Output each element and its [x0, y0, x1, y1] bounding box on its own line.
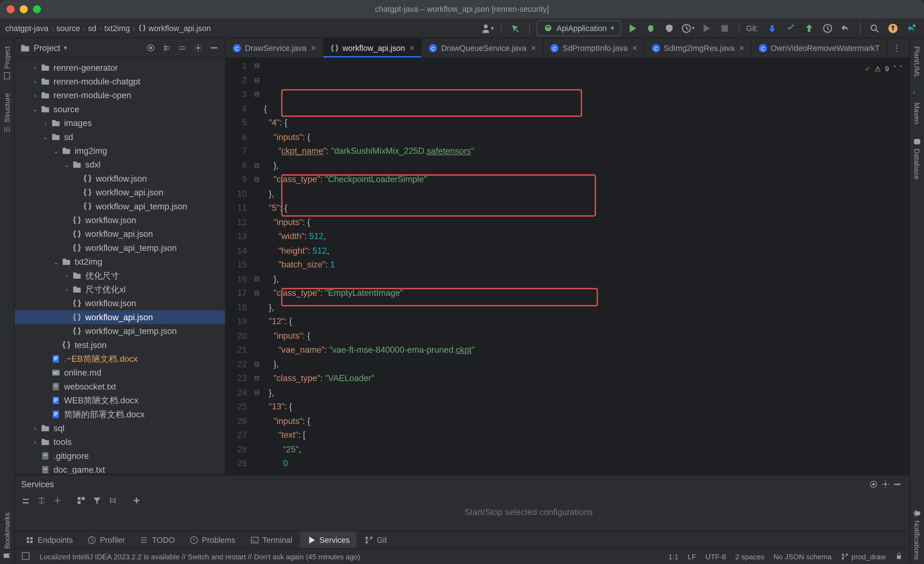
tree-row[interactable]: ⌄img2img	[15, 144, 225, 158]
close-tab-icon[interactable]: ×	[311, 43, 316, 53]
services-group-button[interactable]	[75, 495, 87, 507]
tree-row[interactable]: workflow_api.json	[15, 227, 225, 241]
run-config-selector[interactable]: ApiApplication ▾	[537, 20, 621, 36]
git-update-button[interactable]	[765, 21, 780, 36]
status-lock-icon[interactable]	[895, 552, 903, 561]
tree-row[interactable]: MDonline.md	[15, 366, 225, 380]
breadcrumb-item[interactable]: source	[56, 23, 80, 33]
window-minimize[interactable]	[20, 5, 28, 13]
window-close[interactable]	[7, 5, 15, 13]
tree-row[interactable]: workflow.json	[15, 171, 225, 185]
tree-row[interactable]: WEB简陋文档.docx	[15, 393, 225, 407]
notifications-tool-tab[interactable]: Notifications	[911, 505, 922, 564]
editor-tab[interactable]: CSdImg2imgRes.java×	[645, 38, 752, 57]
tool-window-tab-git[interactable]: Git	[358, 531, 393, 548]
window-zoom[interactable]	[33, 5, 41, 13]
tree-row[interactable]: ›sql	[15, 421, 225, 435]
code-area[interactable]: ✓ ⚠ 9 ˄ ˅ { "4": { "inputs": { "ckpt_nam…	[261, 58, 909, 474]
fold-gutter[interactable]: ⊟⊟⊟⊟⊟⊟⊟⊟⊟⊟⊟	[252, 58, 261, 474]
close-tab-icon[interactable]: ×	[739, 43, 744, 53]
fold-marker[interactable]: ⊟	[252, 357, 261, 371]
tree-row[interactable]: workflow_api_temp.json	[15, 324, 225, 338]
inspection-widget[interactable]: ✓ ⚠ 9 ˄ ˅	[865, 62, 903, 77]
status-encoding[interactable]: UTF-8	[705, 552, 726, 560]
fold-marker[interactable]: ⊟	[252, 471, 261, 474]
plantuml-tool-tab[interactable]: PlantUML	[912, 42, 922, 82]
tree-row[interactable]: ⌄sdxl	[15, 158, 225, 171]
git-commit-button[interactable]	[783, 21, 798, 36]
tree-row[interactable]: ›尺寸优化xl	[15, 283, 225, 296]
debug-button[interactable]	[644, 21, 658, 36]
ide-update-button[interactable]	[886, 21, 900, 36]
run-button[interactable]	[626, 21, 640, 36]
tree-row[interactable]: ›renren-module-chatgpt	[15, 75, 225, 88]
breadcrumb-item[interactable]: chatgpt-java	[5, 23, 48, 33]
fold-marker[interactable]: ⊟	[252, 158, 261, 173]
line-number-gutter[interactable]: 1234567891011121314151617181920212223242…	[226, 58, 252, 474]
tool-window-tab-services[interactable]: Services	[300, 531, 356, 548]
breadcrumb-item[interactable]: sd	[88, 23, 96, 33]
collapse-all-button[interactable]	[176, 42, 188, 54]
services-collapse-button[interactable]	[51, 495, 63, 507]
tree-row[interactable]: ›renren-generator	[15, 61, 225, 75]
fold-marker[interactable]: ⊟	[252, 371, 261, 385]
status-icon[interactable]	[21, 551, 30, 561]
project-tree[interactable]: ›renren-generator›renren-module-chatgpt›…	[15, 58, 225, 474]
status-schema[interactable]: No JSON schema	[774, 552, 832, 560]
tree-row[interactable]: workflow_api_temp.json	[15, 200, 225, 213]
editor-tab[interactable]: CSdPromptInfo.java×	[543, 38, 645, 57]
tree-row[interactable]: ⌄txt2img	[15, 255, 225, 269]
search-everywhere-button[interactable]	[867, 21, 882, 36]
structure-tool-tab[interactable]: Structure	[2, 89, 13, 138]
project-tool-tab[interactable]: Project	[2, 42, 13, 84]
tool-window-tab-terminal[interactable]: Terminal	[243, 531, 298, 548]
editor-tab[interactable]: workflow_api.json×	[323, 38, 422, 57]
profiler-button[interactable]: ▾	[681, 21, 695, 36]
close-tab-icon[interactable]: ×	[410, 43, 415, 53]
fold-marker[interactable]: ⊟	[252, 87, 261, 102]
tree-row[interactable]: ›images	[15, 116, 225, 130]
fold-marker[interactable]: ⊟	[252, 172, 261, 186]
close-tab-icon[interactable]: ×	[531, 43, 536, 53]
tree-row[interactable]: ⌄sd	[15, 130, 225, 144]
tree-row[interactable]: workflow_api_temp.json	[15, 241, 225, 255]
tool-window-tab-todo[interactable]: TODO	[133, 531, 181, 548]
project-view-selector[interactable]: Project ▾	[20, 43, 67, 53]
editor-tab[interactable]: CDrawService.java×	[226, 38, 323, 57]
close-tab-icon[interactable]: ×	[632, 43, 637, 53]
tree-row[interactable]: ›tools	[15, 435, 225, 449]
breadcrumbs[interactable]: chatgpt-java› source› sd› txt2img› workf…	[5, 23, 211, 33]
status-position[interactable]: 1:1	[668, 552, 678, 560]
tree-row[interactable]: .~EB简陋文档.docx	[15, 352, 225, 365]
fold-marker[interactable]: ⊟	[252, 272, 261, 286]
tree-row[interactable]: workflow.json	[15, 213, 225, 227]
fold-marker[interactable]: ⊟	[252, 286, 261, 300]
editor-tab[interactable]: CDrawQueueService.java×	[422, 38, 543, 57]
stop-button[interactable]	[718, 21, 732, 36]
hide-button[interactable]	[208, 42, 220, 54]
services-thread-button[interactable]	[107, 495, 119, 507]
tree-row[interactable]: ⌄source	[15, 102, 225, 116]
run-coverage-button[interactable]	[662, 21, 677, 36]
tool-window-tab-problems[interactable]: Problems	[183, 531, 242, 548]
git-rollback-button[interactable]	[839, 21, 854, 36]
tree-row[interactable]: .gitignore	[15, 449, 225, 463]
git-push-button[interactable]	[802, 21, 816, 36]
tree-row[interactable]: workflow_api.json	[15, 310, 225, 324]
breadcrumb-item[interactable]: workflow_api.json	[138, 23, 211, 33]
attach-button[interactable]	[699, 21, 714, 36]
editor-tab[interactable]: COwnVideoRemoveWatermarkT	[752, 38, 887, 57]
services-filter-button[interactable]	[91, 495, 103, 507]
maven-tool-tab[interactable]: mMaven	[911, 87, 922, 128]
services-settings-button[interactable]	[879, 478, 891, 490]
add-configuration-button[interactable]: ▾	[480, 21, 495, 36]
database-tool-tab[interactable]: Database	[911, 134, 922, 184]
build-button[interactable]	[508, 21, 523, 36]
services-hide-button[interactable]	[891, 478, 903, 490]
tree-row[interactable]: test.json	[15, 338, 225, 352]
status-line-ending[interactable]: LF	[688, 552, 696, 560]
status-message[interactable]: Localized IntelliJ IDEA 2023.2.2 is avai…	[40, 552, 360, 560]
expand-all-button[interactable]	[160, 42, 172, 54]
tree-row[interactable]: doc_game.txt	[15, 463, 225, 474]
status-indent[interactable]: 2 spaces	[735, 552, 764, 560]
